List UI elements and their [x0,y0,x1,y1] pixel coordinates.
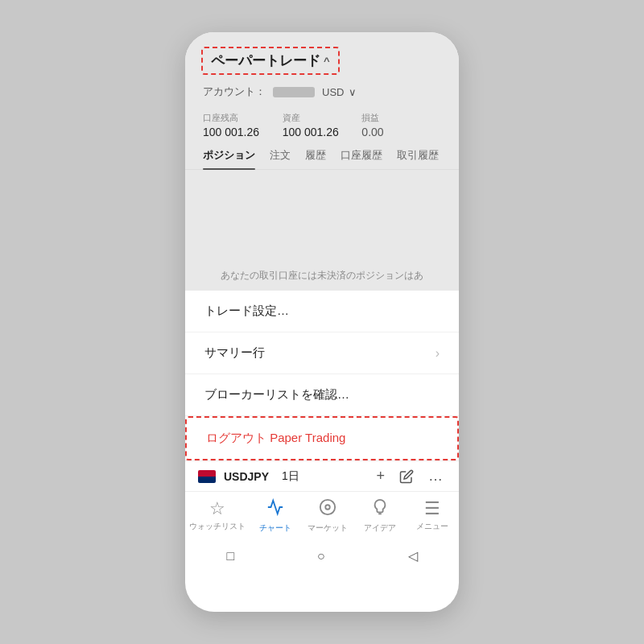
android-nav: □ ○ ◁ [185,539,459,576]
tab-positions[interactable]: ポジション [203,148,255,169]
menu-item-summary-row-label: サマリー行 [204,345,265,361]
nav-item-chart[interactable]: チャート [253,498,298,534]
stats-row: 口座残高 100 001.26 資産 100 001.26 損益 0.00 [185,107,459,145]
tab-account-history[interactable]: 口座履歴 [341,148,382,169]
svg-point-4 [325,505,330,510]
tabs-row: ポジション 注文 履歴 口座履歴 取引履歴 [185,145,459,170]
empty-state-text: あなたの取引口座には未決済のポジションはあ [204,268,440,283]
stat-balance-label: 口座残高 [203,112,283,124]
nav-item-market[interactable]: マーケット [305,498,350,534]
nav-item-ideas[interactable]: アイデア [357,498,402,534]
menu-item-broker-list[interactable]: ブローカーリストを確認… [185,374,459,416]
pen-button[interactable] [396,468,417,485]
compass-icon [319,498,336,521]
tab-trade-history[interactable]: 取引履歴 [397,148,439,169]
flag-icon [198,470,216,483]
menu-item-trade-settings-label: トレード設定… [204,303,289,319]
account-id-blurred [273,87,315,97]
header-row: ペーパートレード ^ [185,32,459,83]
stat-balance: 口座残高 100 001.26 [203,112,283,138]
stat-profit: 損益 0.00 [361,112,441,138]
stat-assets-value: 100 001.26 [283,126,362,138]
top-panel: ペーパートレード ^ [185,32,459,170]
star-icon: ☆ [209,498,225,519]
stat-profit-value: 0.00 [361,126,441,138]
toolbar-timeframe: 1日 [282,469,299,484]
panel-content: あなたの取引口座には未決済のポジションはあ [185,170,459,291]
android-recents-button[interactable]: □ [213,546,247,567]
add-button[interactable]: + [373,466,388,486]
account-currency: USD [322,86,344,98]
chart-icon [266,498,284,521]
android-home-button[interactable]: ○ [304,546,338,567]
header-title-box: ペーパートレード ^ [201,47,340,75]
nav-label-watchlist: ウォッチリスト [189,521,246,532]
nav-label-ideas: アイデア [364,522,396,534]
menu-item-logout-label: ログアウト Paper Trading [206,431,345,446]
stat-assets-label: 資産 [283,112,362,124]
nav-label-menu: メニュー [416,521,448,532]
menu-item-trade-settings[interactable]: トレード設定… [185,291,459,332]
account-row: アカウント： USD ∨ [185,83,459,107]
menu-overlay: トレード設定… サマリー行 › ブローカーリストを確認… ログアウト Paper… [185,291,459,460]
chevron-right-icon: › [436,346,440,361]
svg-point-3 [320,500,335,514]
bottom-toolbar: USDJPY 1日 + … [185,460,459,491]
account-label: アカウント： [203,85,266,99]
pen-icon [399,469,414,484]
phone-container: ペーパートレード ^ [185,32,459,612]
menu-item-summary-row[interactable]: サマリー行 › [185,332,459,374]
menu-item-broker-list-label: ブローカーリストを確認… [204,387,349,402]
stat-assets: 資産 100 001.26 [283,112,362,138]
toolbar-pair: USDJPY [224,470,269,483]
account-currency-caret: ∨ [349,86,357,98]
header-caret: ^ [324,55,330,67]
header-title-text: ペーパートレード [211,52,320,70]
stat-balance-value: 100 001.26 [203,126,283,138]
nav-label-market: マーケット [308,522,348,534]
nav-item-menu[interactable]: ☰ メニュー [410,498,455,532]
nav-item-watchlist[interactable]: ☆ ウォッチリスト [189,498,246,532]
nav-label-chart: チャート [259,522,291,534]
bulb-icon [371,498,389,521]
menu-item-logout[interactable]: ログアウト Paper Trading [185,416,459,460]
menu-icon: ☰ [424,498,440,519]
stat-profit-label: 損益 [361,112,441,124]
tab-history[interactable]: 履歴 [305,148,326,169]
header-title: ペーパートレード ^ [211,52,330,70]
android-back-button[interactable]: ◁ [395,545,431,567]
more-button[interactable]: … [425,466,446,486]
tab-orders[interactable]: 注文 [270,148,291,169]
bottom-nav: ☆ ウォッチリスト チャート マーケット [185,491,459,539]
